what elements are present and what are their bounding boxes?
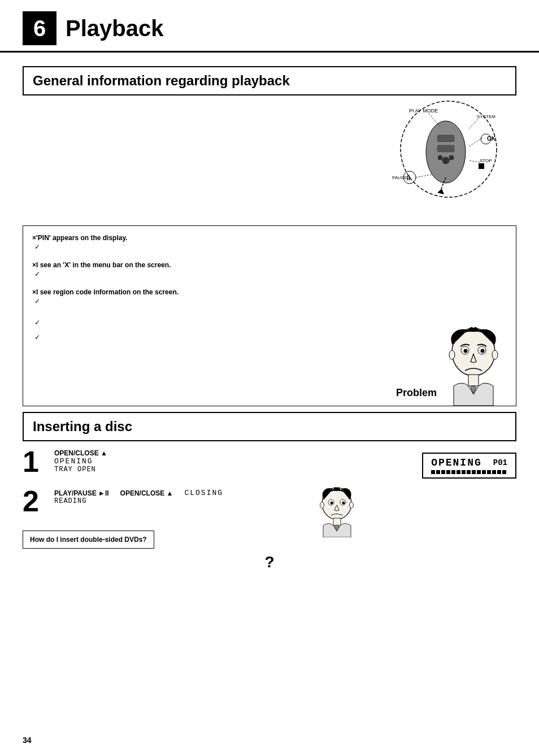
step-2-content: PLAY/PAUSE ►II OPEN/CLOSE ▲ CLOSING READ… — [54, 486, 516, 505]
chapter-header: 6 Playback — [0, 0, 539, 53]
problem-q-1: ×'PIN' appears on the display. — [32, 234, 507, 242]
question-mark: ? — [23, 553, 516, 571]
problem-q-3: ×I see region code information on the sc… — [32, 288, 507, 296]
section2-heading-box: Inserting a disc — [23, 412, 516, 441]
problem-a-5: ✓ — [34, 333, 507, 341]
svg-point-26 — [464, 349, 468, 353]
svg-point-37 — [350, 502, 354, 509]
svg-rect-30 — [468, 375, 479, 386]
step-2-row: 2 PLAY/PAUSE ►II OPEN/CLOSE ▲ CLOSING RE… — [23, 486, 516, 516]
svg-rect-15 — [479, 163, 484, 169]
page-number: 34 — [23, 736, 32, 745]
svg-rect-2 — [437, 135, 454, 142]
svg-line-8 — [429, 114, 440, 127]
problem-a-3: ✓ — [34, 297, 507, 305]
howto-box: How do I insert double-sided DVDs? — [23, 531, 154, 549]
section1-title: General information regarding playback — [33, 73, 506, 89]
svg-text:OK: OK — [487, 136, 496, 142]
step-2-button1: PLAY/PAUSE ►II — [54, 489, 109, 497]
problem-item-1: ×'PIN' appears on the display. ✓ — [32, 234, 507, 251]
svg-point-36 — [320, 502, 324, 509]
step-1-number: 1 — [23, 447, 45, 476]
problem-a-2: ✓ — [34, 270, 507, 278]
svg-point-27 — [481, 349, 485, 353]
svg-text:SYSTEM: SYSTEM — [477, 114, 495, 119]
problem-a-4: ✓ — [34, 319, 507, 327]
svg-line-20 — [416, 175, 432, 177]
steps-section: 1 OPEN/CLOSE ▲ OPENING TRAY OPEN OPENING… — [0, 441, 539, 577]
problem-section: ×'PIN' appears on the display. ✓ ×I see … — [23, 225, 516, 406]
svg-line-13 — [469, 138, 483, 146]
svg-text:PI AY MODE: PI AY MODE — [409, 108, 438, 114]
svg-point-35 — [342, 502, 345, 505]
svg-text:PAUSE: PAUSE — [392, 175, 407, 180]
chapter-title: Playback — [66, 16, 163, 41]
svg-rect-3 — [437, 145, 454, 152]
lcd-page: P01 — [493, 458, 507, 467]
svg-point-6 — [449, 155, 454, 160]
svg-point-28 — [449, 350, 455, 359]
svg-point-34 — [331, 502, 333, 505]
step-2-sub: READING — [54, 497, 516, 505]
step-2-button2: OPEN/CLOSE ▲ — [120, 489, 173, 497]
svg-text:II: II — [407, 175, 410, 181]
chapter-number: 6 — [23, 11, 56, 45]
problem-item-5: ✓ — [32, 333, 507, 341]
step-2-number: 2 — [23, 486, 45, 516]
problem-item-4: ✓ — [32, 319, 507, 327]
svg-rect-38 — [333, 518, 341, 525]
section1-content: PI AY MODE SYSTEM OK STOP PAUSE II — [0, 95, 539, 220]
face-illustration — [442, 327, 505, 400]
svg-point-5 — [438, 155, 442, 160]
section2-title: Inserting a disc — [33, 419, 506, 435]
problem-box: ×'PIN' appears on the display. ✓ ×I see … — [23, 225, 516, 406]
remote-diagram: PI AY MODE SYSTEM OK STOP PAUSE II — [358, 95, 505, 208]
howto-label: How do I insert double-sided DVDs? — [30, 536, 147, 544]
problem-item-3: ×I see region code information on the sc… — [32, 288, 507, 305]
problem-item-2: ×I see an 'X' in the menu bar on the scr… — [32, 261, 507, 278]
svg-point-29 — [492, 350, 498, 359]
lcd-display: OPENING P01 — [422, 453, 516, 479]
svg-marker-22 — [437, 189, 444, 194]
step-2-display: CLOSING — [184, 489, 223, 497]
svg-line-10 — [468, 119, 478, 129]
howto-section: How do I insert double-sided DVDs? ? — [23, 526, 516, 571]
svg-point-4 — [442, 157, 449, 164]
svg-text:STOP: STOP — [480, 158, 492, 163]
problem-a-1: ✓ — [34, 243, 507, 251]
svg-line-16 — [468, 160, 480, 162]
lcd-text: OPENING — [431, 457, 482, 468]
section1-heading-box: General information regarding playback — [23, 66, 516, 95]
steps-area: 1 OPEN/CLOSE ▲ OPENING TRAY OPEN OPENING… — [0, 441, 539, 577]
problem-q-2: ×I see an 'X' in the menu bar on the scr… — [32, 261, 507, 269]
problem-label: Problem — [396, 387, 437, 399]
